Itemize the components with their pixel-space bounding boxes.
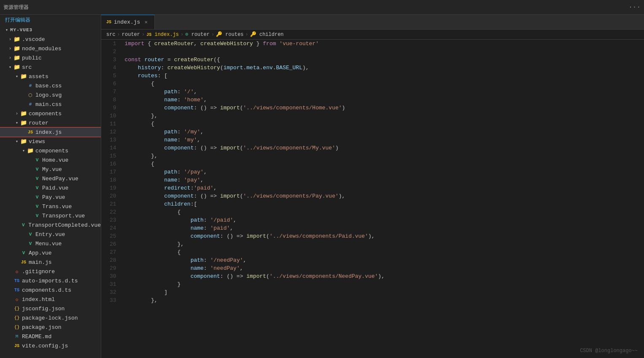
sidebar-item-entry-vue[interactable]: V Entry.vue: [0, 230, 101, 239]
open-editor-button[interactable]: 打开编辑器: [0, 15, 101, 25]
sidebar-label-jsconfig-json: jsconfig.json: [22, 306, 65, 312]
json-icon: {}: [13, 306, 20, 311]
folder-icon: 📁: [13, 54, 20, 61]
tab-filename: index.js: [114, 19, 140, 25]
sidebar-item-pay-vue[interactable]: V Pay.vue: [0, 193, 101, 202]
breadcrumb-src: src: [106, 32, 116, 38]
sidebar-label-gitignore: .gitignore: [22, 268, 55, 275]
sidebar-item-menu-vue[interactable]: V Menu.vue: [0, 239, 101, 248]
breadcrumb-index-js: JS index.js: [146, 32, 179, 38]
sidebar-item-my-vue[interactable]: V My.vue: [0, 165, 101, 174]
sidebar-label-app-vue: App.vue: [29, 250, 52, 256]
sidebar-item-components[interactable]: › 📁 components: [0, 109, 101, 118]
code-line: path: '/paid',: [125, 216, 644, 224]
sidebar-label-src: src: [22, 64, 32, 71]
sidebar-item-base-css[interactable]: # base.css: [0, 81, 101, 90]
sidebar-item-views[interactable]: ▾ 📁 views: [0, 137, 101, 146]
chevron-right-icon: ›: [7, 37, 13, 42]
sidebar-item-package-lock-json[interactable]: {} package-lock.json: [0, 313, 101, 323]
json-icon: {}: [13, 315, 20, 320]
sidebar-item-assets[interactable]: ▾ 📁 assets: [0, 72, 101, 81]
breadcrumb: src › router › JS index.js › ⊙ router › …: [101, 30, 644, 40]
more-options-icon[interactable]: ···: [628, 3, 641, 11]
sidebar-label-node-modules: node_modules: [22, 46, 62, 52]
sidebar-item-auto-imports-ts[interactable]: TS auto-imports.d.ts: [0, 276, 101, 285]
sidebar-item-gitignore[interactable]: ◇ .gitignore: [0, 267, 101, 276]
sidebar-item-router[interactable]: ▾ 📁 router: [0, 118, 101, 127]
sidebar-label-components-ts: components.d.ts: [22, 287, 71, 293]
vue-icon: V: [27, 241, 34, 246]
chevron-right-icon: ›: [13, 111, 20, 116]
sidebar-label-public: public: [22, 55, 42, 61]
tab-close-button[interactable]: ✕: [143, 19, 149, 26]
code-line: },: [125, 296, 644, 304]
md-icon: M: [13, 334, 20, 339]
code-line: {: [125, 160, 644, 168]
line-number: 33: [110, 296, 116, 304]
sidebar-item-vite-config-js[interactable]: JS vite.config.js: [0, 341, 101, 350]
top-bar: 资源管理器 ···: [0, 0, 644, 15]
line-number: 31: [110, 280, 116, 288]
line-number: 4: [110, 64, 116, 72]
sidebar-label-main-css: main.css: [35, 101, 62, 108]
folder-icon: 📁: [20, 138, 27, 145]
sidebar-item-main-css[interactable]: # main.css: [0, 100, 101, 109]
sidebar-item-jsconfig-json[interactable]: {} jsconfig.json: [0, 304, 101, 313]
sidebar-item-components-ts[interactable]: TS components.d.ts: [0, 285, 101, 295]
line-number: 29: [110, 264, 116, 272]
line-number: 32: [110, 288, 116, 296]
sidebar-item-transport-vue[interactable]: V Transport.vue: [0, 211, 101, 220]
line-number: 28: [110, 256, 116, 264]
sidebar-item-vscode[interactable]: › 📁 .vscode: [0, 35, 101, 44]
sidebar-item-app-vue[interactable]: V App.vue: [0, 248, 101, 258]
tab-bar: JS index.js ✕: [101, 15, 644, 30]
folder-icon: 📁: [13, 36, 20, 43]
vue-icon: V: [34, 195, 40, 200]
line-number: 8: [110, 96, 116, 104]
vue-icon: V: [34, 157, 40, 163]
vue-icon: V: [20, 250, 27, 255]
sidebar-label-index-js: index.js: [35, 129, 62, 136]
sidebar-item-node-modules[interactable]: › 📁 node_modules: [0, 44, 101, 53]
sidebar-label-package-lock-json: package-lock.json: [22, 315, 78, 321]
expand-arrow-icon: ▾: [3, 27, 10, 33]
sidebar-label-package-json: package.json: [22, 324, 62, 331]
sidebar-item-home-vue[interactable]: V Home.vue: [0, 155, 101, 165]
sidebar-label-transportcompleted-vue: TransportCompleted.vue: [28, 222, 101, 228]
code-line: ]: [125, 288, 644, 296]
sidebar-item-needpay-vue[interactable]: V NeedPay.vue: [0, 174, 101, 183]
sidebar-item-package-json[interactable]: {} package.json: [0, 323, 101, 332]
folder-icon: 📁: [13, 64, 20, 71]
sidebar-item-readme-md[interactable]: M README.md: [0, 332, 101, 341]
sidebar-item-logo-svg[interactable]: ⬡ logo.svg: [0, 90, 101, 100]
line-number: 22: [110, 208, 116, 216]
folder-icon: 📁: [13, 45, 20, 52]
sidebar-item-index-js[interactable]: JS index.js: [0, 127, 101, 137]
vue-icon: V: [34, 185, 40, 190]
editor-content[interactable]: 1234567891011121314151617181920212223242…: [101, 40, 644, 358]
code-line: component: () => import('../views/compon…: [125, 104, 644, 112]
code-line: name: 'home',: [125, 96, 644, 104]
sidebar-item-src[interactable]: ▾ 📁 src: [0, 62, 101, 72]
breadcrumb-routes: 🔑 routes: [216, 31, 243, 38]
line-number: 30: [110, 272, 116, 280]
line-number: 13: [110, 136, 116, 144]
tab-index-js[interactable]: JS index.js ✕: [101, 15, 155, 29]
code-line: },: [125, 112, 644, 120]
sidebar-item-transportcompleted-vue[interactable]: V TransportCompleted.vue: [0, 220, 101, 230]
sidebar-item-paid-vue[interactable]: V Paid.vue: [0, 183, 101, 193]
sidebar-label-transport-vue: Transport.vue: [42, 213, 85, 219]
sidebar-item-views-components[interactable]: ▾ 📁 components: [0, 146, 101, 155]
sidebar-label-main-js: main.js: [29, 259, 52, 266]
sidebar-item-index-html[interactable]: ◇ index.html: [0, 295, 101, 304]
chevron-right-icon: ›: [7, 56, 13, 60]
sidebar-item-main-js[interactable]: JS main.js: [0, 258, 101, 267]
chevron-down-icon: ▾: [13, 139, 20, 144]
line-number: 24: [110, 224, 116, 232]
chevron-down-icon: ▾: [13, 120, 20, 125]
sidebar-item-public[interactable]: › 📁 public: [0, 53, 101, 62]
code-line: path: '/pay',: [125, 168, 644, 176]
sidebar-item-project[interactable]: ▾ MY-VUE3: [0, 25, 101, 35]
code-line: redirect:'paid',: [125, 184, 644, 192]
sidebar-item-trans-vue[interactable]: V Trans.vue: [0, 202, 101, 211]
